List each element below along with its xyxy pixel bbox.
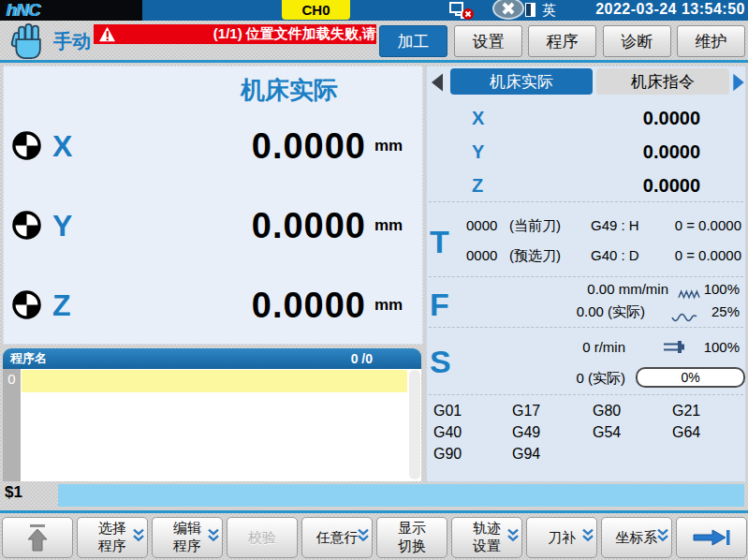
machine-zero-icon bbox=[12, 211, 41, 243]
axis-value: 0.0000 bbox=[643, 173, 700, 198]
chevron-double-down-icon bbox=[207, 528, 220, 548]
tool-number: 0000 bbox=[466, 214, 497, 237]
gcode-row: G40 G49 G54 G64 bbox=[427, 421, 747, 443]
tool-desc: (当前刀) bbox=[509, 214, 561, 237]
axis-row-x: X 0.0000 mm bbox=[4, 124, 424, 169]
display-switch-button[interactable]: 显示 切换 bbox=[376, 517, 447, 558]
program-panel: 程序名 0 /0 0 bbox=[3, 348, 421, 482]
axis-value: 0.0000 bbox=[252, 283, 366, 328]
feed-override-percent: 100% bbox=[704, 278, 740, 301]
program-panel-title: 程序名 bbox=[10, 350, 47, 367]
softkey-divider bbox=[0, 510, 748, 513]
manual-mode-hand-icon bbox=[6, 22, 52, 64]
gcode-cell: G49 bbox=[512, 421, 540, 443]
coordinate-system-button[interactable]: 坐标系 bbox=[601, 517, 672, 558]
program-line-counter: 0 /0 bbox=[351, 351, 373, 366]
tool-comp-button[interactable]: 刀补 bbox=[526, 517, 597, 558]
gcode-cell: G90 bbox=[433, 443, 462, 464]
status-tab-prev-button[interactable] bbox=[429, 71, 446, 97]
status-tab-next-button[interactable] bbox=[731, 70, 746, 98]
softkey-bar: 选择 程序 编辑 程序 校验 任意行 显示 切换 轨迹 bbox=[0, 516, 748, 560]
status-tab-machine-actual[interactable]: 机床实际 bbox=[450, 68, 593, 95]
status-panel: 机床实际 机床指令 X 0.0000 Y 0.0000 Z 0.0000 T 0… bbox=[426, 66, 746, 482]
divider bbox=[429, 201, 743, 202]
alert-banner[interactable]: (1/1) 位置文件加载失败,请 bbox=[94, 24, 376, 44]
tool-offset: 0 = 0.0000 bbox=[675, 244, 741, 267]
warning-triangle-icon bbox=[98, 26, 116, 44]
brand-logo: hNC bbox=[0, 0, 142, 21]
gcode-cell: G64 bbox=[672, 421, 700, 443]
chevron-double-down-icon bbox=[581, 528, 594, 548]
gcode-cell: G40 bbox=[433, 421, 462, 443]
language-indicator[interactable]: 英 bbox=[542, 2, 556, 20]
return-button[interactable] bbox=[2, 517, 73, 558]
ime-keyboard-icon[interactable] bbox=[525, 3, 535, 17]
position-panel-title: 机床实际 bbox=[163, 74, 416, 107]
gcode-row: G01 G17 G80 G21 bbox=[427, 400, 747, 421]
chevron-double-down-icon bbox=[357, 528, 370, 548]
axis-value: 0.0000 bbox=[643, 106, 700, 130]
tab-program[interactable]: 程序 bbox=[528, 25, 596, 57]
feed-row: 0.00 mm/min 100% bbox=[427, 278, 747, 301]
brand-logo-text: hNC bbox=[6, 0, 39, 21]
spindle-load-percent: 0% bbox=[681, 370, 699, 385]
tool-offset: 0 = 0.0000 bbox=[675, 214, 741, 237]
status-axis-row: X 0.0000 bbox=[427, 106, 747, 130]
program-line-gutter: 0 bbox=[3, 369, 21, 481]
position-panel: 机床实际 X 0.0000 mm Y 0.00 bbox=[3, 66, 423, 345]
channel-label: $1 bbox=[5, 483, 22, 502]
tab-machining[interactable]: 加工 bbox=[379, 25, 447, 57]
divider bbox=[429, 394, 743, 395]
program-scrollbar[interactable] bbox=[409, 370, 420, 479]
status-axis-row: Y 0.0000 bbox=[427, 140, 747, 164]
channel-badge: CH0 bbox=[282, 0, 350, 20]
spindle-override-percent: 100% bbox=[704, 335, 740, 360]
spindle-actual: 0 (实际) bbox=[577, 366, 626, 391]
program-panel-header: 程序名 0 /0 bbox=[3, 348, 421, 369]
gcode-cell: G94 bbox=[512, 443, 540, 464]
up-arrow-icon bbox=[21, 523, 54, 553]
edit-program-button[interactable]: 编辑 程序 bbox=[152, 517, 223, 558]
select-program-button[interactable]: 选择 程序 bbox=[77, 517, 148, 558]
axis-name: Y bbox=[52, 203, 72, 248]
channel-status-bar bbox=[58, 484, 744, 507]
chevron-double-down-icon bbox=[506, 528, 520, 548]
divider bbox=[429, 276, 743, 277]
axis-value: 0.0000 bbox=[643, 140, 700, 164]
alert-message: (1/1) 位置文件加载失败,请 bbox=[213, 25, 376, 43]
axis-value: 0.0000 bbox=[252, 124, 366, 169]
gcode-cell: G17 bbox=[512, 400, 540, 421]
divider bbox=[429, 327, 743, 328]
next-menu-button[interactable] bbox=[676, 517, 747, 558]
verify-button: 校验 bbox=[227, 517, 298, 558]
tab-settings[interactable]: 设置 bbox=[454, 25, 522, 57]
toolbar-divider bbox=[0, 60, 748, 63]
tab-maintenance[interactable]: 维护 bbox=[677, 25, 745, 57]
axis-name: Z bbox=[472, 173, 483, 198]
tool-number: 0000 bbox=[466, 244, 497, 267]
status-axis-row: Z 0.0000 bbox=[427, 173, 747, 198]
gcode-cell: G80 bbox=[593, 400, 621, 421]
tool-row: 0000 (当前刀) G49 : H 0 = 0.0000 bbox=[427, 214, 747, 237]
axis-row-z: Z 0.0000 mm bbox=[4, 283, 424, 328]
axis-name: Z bbox=[52, 283, 71, 328]
tab-diagnosis[interactable]: 诊断 bbox=[603, 25, 671, 57]
any-line-button[interactable]: 任意行 bbox=[301, 517, 373, 558]
rapid-override-percent: 25% bbox=[711, 301, 740, 323]
titlebar: hNC CH0 英 2022-03-24 13:54:50 bbox=[0, 0, 748, 21]
tool-desc: (预选刀) bbox=[509, 244, 561, 267]
mode-label: 手动 bbox=[53, 29, 91, 54]
axis-value: 0.0000 bbox=[252, 203, 366, 248]
machine-zero-icon bbox=[12, 290, 41, 323]
machine-zero-icon bbox=[12, 131, 41, 164]
axis-name: X bbox=[52, 124, 72, 169]
gcode-cell: G54 bbox=[593, 421, 621, 443]
gcode-row: G90 G94 bbox=[427, 443, 747, 464]
status-tab-machine-command[interactable]: 机床指令 bbox=[596, 68, 729, 95]
feed-row: 0.00 (实际) 25% bbox=[427, 301, 747, 323]
program-current-line[interactable] bbox=[22, 370, 407, 392]
next-page-arrow-icon bbox=[692, 527, 731, 548]
track-settings-button[interactable]: 轨迹 设置 bbox=[451, 517, 522, 558]
axis-name: Y bbox=[472, 140, 484, 164]
axis-row-y: Y 0.0000 mm bbox=[4, 203, 424, 248]
